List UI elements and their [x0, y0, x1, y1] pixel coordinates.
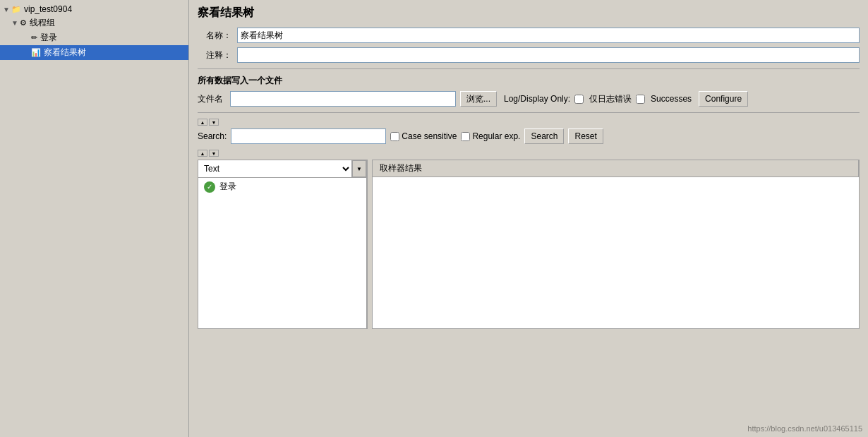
page-title: 察看结果树 — [198, 6, 860, 20]
search-row: Search: Case sensitive Regular exp. Sear… — [198, 128, 860, 144]
expand-icon-0: ▼ — [3, 6, 11, 13]
section-title: 所有数据写入一个文件 — [198, 75, 860, 87]
log-error-checkbox[interactable] — [574, 95, 584, 104]
scroll-down-btn-2[interactable]: ▼ — [209, 150, 219, 157]
search-input[interactable] — [231, 128, 386, 144]
sidebar-item-vip-test0904[interactable]: ▼ 📁 vip_test0904 — [0, 3, 188, 16]
graph-icon-3: 📊 — [31, 48, 41, 57]
success-icon: ✓ — [204, 181, 215, 193]
successes-option[interactable]: Successes — [636, 94, 692, 104]
search-label: Search: — [198, 131, 227, 141]
log-error-label: 仅日志错误 — [589, 93, 632, 105]
regular-exp-option[interactable]: Regular exp. — [461, 131, 520, 141]
left-panel: Text ▼ ✓ 登录 — [198, 160, 367, 329]
watermark-text: https://blog.csdn.net/u013465115 — [747, 424, 862, 433]
sidebar: ▼ 📁 vip_test0904 ▼ ⚙ 线程组 ✏ 登录 📊 察看结果树 — [0, 0, 189, 437]
search-button[interactable]: Search — [524, 128, 564, 144]
comment-input[interactable] — [237, 47, 860, 63]
expand-icon-1: ▼ — [11, 19, 20, 27]
sidebar-item-thread-group[interactable]: ▼ ⚙ 线程组 — [0, 16, 188, 30]
lower-panel: Text ▼ ✓ 登录 取样器结果 — [198, 160, 860, 329]
right-panel-body — [373, 177, 859, 328]
divider-1 — [198, 68, 860, 69]
successes-label: Successes — [651, 94, 692, 104]
name-label: 名称： — [198, 30, 231, 42]
sampler-tab[interactable]: 取样器结果 — [373, 160, 859, 177]
reset-button[interactable]: Reset — [568, 128, 603, 144]
scroll-up-btn[interactable]: ▲ — [198, 119, 207, 126]
comment-label: 注释： — [198, 49, 231, 61]
dropdown-arrow-icon[interactable]: ▼ — [352, 160, 366, 177]
sidebar-item-label-3: 察看结果树 — [44, 47, 86, 59]
sidebar-item-label-0: vip_test0904 — [24, 4, 72, 14]
tree-entry-login[interactable]: ✓ 登录 — [198, 178, 366, 196]
successes-checkbox[interactable] — [636, 95, 645, 104]
pencil-icon-2: ✏ — [31, 33, 37, 42]
browse-button[interactable]: 浏览... — [460, 91, 497, 107]
main-content: 察看结果树 名称： 注释： 所有数据写入一个文件 文件名 浏览... Log/D… — [189, 0, 868, 437]
regular-exp-checkbox[interactable] — [461, 132, 470, 141]
case-sensitive-label: Case sensitive — [402, 131, 457, 141]
log-display-label: Log/Display Only: — [504, 94, 570, 104]
divider-2 — [198, 112, 860, 113]
scroll-up-btn-2[interactable]: ▲ — [198, 150, 207, 157]
text-dropdown[interactable]: Text — [198, 160, 352, 177]
sidebar-item-login[interactable]: ✏ 登录 — [0, 30, 188, 45]
sidebar-item-label-2: 登录 — [40, 32, 57, 44]
file-label: 文件名 — [198, 93, 223, 105]
file-input[interactable] — [230, 91, 456, 107]
name-input[interactable] — [237, 28, 860, 43]
left-panel-body: ✓ 登录 — [198, 178, 366, 328]
tree-entry-label: 登录 — [219, 181, 236, 193]
configure-button[interactable]: Configure — [699, 91, 748, 107]
file-row: 文件名 浏览... Log/Display Only: 仅日志错误 Succes… — [198, 91, 860, 107]
sidebar-item-label-1: 线程组 — [30, 17, 55, 29]
log-error-option[interactable]: 仅日志错误 — [574, 93, 632, 105]
folder-icon-0: 📁 — [11, 5, 21, 14]
panel-splitter[interactable] — [367, 160, 373, 329]
case-sensitive-option[interactable]: Case sensitive — [390, 131, 457, 141]
gear-icon-1: ⚙ — [20, 18, 27, 28]
sidebar-item-result-tree[interactable]: 📊 察看结果树 — [0, 45, 188, 60]
comment-row: 注释： — [198, 47, 860, 63]
name-row: 名称： — [198, 28, 860, 43]
right-panel: 取样器结果 — [373, 160, 860, 329]
left-panel-header: Text ▼ — [198, 160, 366, 178]
scroll-down-btn[interactable]: ▼ — [209, 119, 219, 126]
regular-exp-label: Regular exp. — [472, 131, 520, 141]
case-sensitive-checkbox[interactable] — [390, 132, 399, 141]
